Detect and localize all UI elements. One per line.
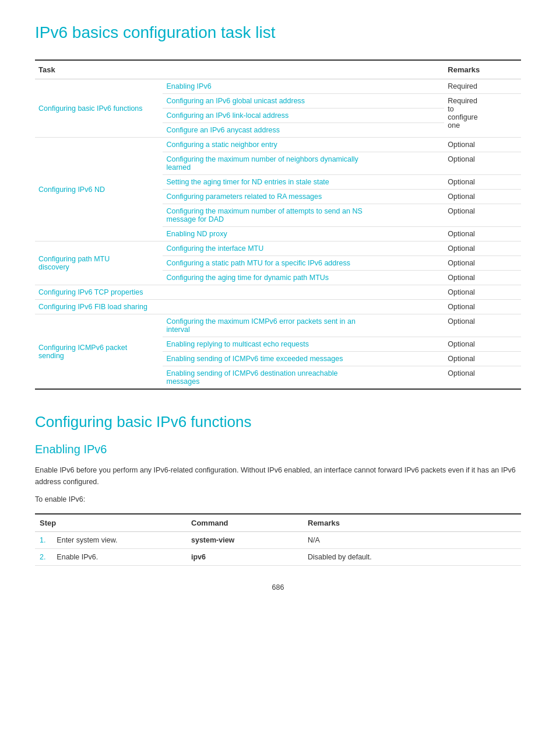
page-number: 686 — [35, 583, 521, 592]
task-link[interactable]: Configuring the aging time for dynamic p… — [163, 271, 444, 285]
task-link[interactable]: Configuring the maximum ICMPv6 error pac… — [163, 314, 444, 337]
task-link[interactable]: Configure an IPv6 anycast address — [163, 123, 444, 138]
remarks: Optional — [444, 337, 521, 352]
step-remarks-1: N/A — [303, 532, 521, 549]
remarks: Optional — [444, 138, 521, 152]
task-link[interactable]: Configuring an IPv6 global unicast addre… — [163, 94, 444, 108]
step-cmd-2: ipv6 — [186, 549, 303, 566]
step-col-header: Step — [35, 514, 186, 532]
step-desc-1: Enter system view. — [52, 532, 186, 549]
table-row: Configuring path MTUdiscovery Configurin… — [35, 242, 521, 256]
remarks: Optional — [444, 227, 521, 242]
remarks: Optional — [444, 366, 521, 390]
step-row-2: 2. Enable IPv6. ipv6 Disabled by default… — [35, 549, 521, 566]
table-row: Configuring IPv6 FIB load sharing Option… — [35, 300, 521, 314]
task-link[interactable]: Configuring a static path MTU for a spec… — [163, 256, 444, 271]
remarks-col-header: Remarks — [303, 514, 521, 532]
subsection-title-enabling-ipv6: Enabling IPv6 — [35, 443, 521, 456]
page-title: IPv6 basics configuration task list — [35, 23, 521, 42]
task-table: Task Remarks Configuring basic IPv6 func… — [35, 60, 521, 390]
step-desc-2: Enable IPv6. — [52, 549, 186, 566]
step-remarks-2: Disabled by default. — [303, 549, 521, 566]
command-col-header: Command — [186, 514, 303, 532]
col-header-task-link — [163, 60, 444, 79]
task-link[interactable]: Configuring a static neighbor entry — [163, 138, 444, 152]
table-row: Configuring basic IPv6 functions Enablin… — [35, 79, 521, 94]
remarks: Optional — [444, 152, 521, 175]
remarks: Optional — [444, 300, 521, 314]
group-label-mtu: Configuring path MTUdiscovery — [35, 242, 163, 285]
task-link[interactable]: Configuring parameters related to RA mes… — [163, 190, 444, 204]
table-row: Configuring IPv6 TCP properties Optional — [35, 285, 521, 300]
task-link[interactable]: Configuring the maximum number of attemp… — [163, 204, 444, 227]
task-link[interactable]: Enabling IPv6 — [163, 79, 444, 94]
task-link[interactable]: Enabling ND proxy — [163, 227, 444, 242]
task-link[interactable]: Enabling sending of ICMPv6 time exceeded… — [163, 352, 444, 366]
remarks: Required — [444, 79, 521, 94]
table-row: Configuring ICMPv6 packetsending Configu… — [35, 314, 521, 337]
task-link[interactable]: Enabling sending of ICMPv6 destination u… — [163, 366, 444, 390]
task-link-tcp[interactable]: Configuring IPv6 TCP properties — [35, 285, 444, 300]
step-row-1: 1. Enter system view. system-view N/A — [35, 532, 521, 549]
task-link[interactable]: Configuring an IPv6 link-local address — [163, 108, 444, 123]
remarks: Optional — [444, 256, 521, 271]
col-header-task: Task — [35, 60, 163, 79]
group-label-icmpv6: Configuring ICMPv6 packetsending — [35, 314, 163, 390]
section-title-basic-ipv6: Configuring basic IPv6 functions — [35, 413, 521, 431]
remarks: Optional — [444, 271, 521, 285]
remarks-multi: Requiredtoconfigureone — [444, 94, 521, 138]
task-link[interactable]: Configuring the maximum number of neighb… — [163, 152, 444, 175]
remarks: Optional — [444, 204, 521, 227]
remarks: Optional — [444, 285, 521, 300]
col-header-remarks: Remarks — [444, 60, 521, 79]
remarks: Optional — [444, 352, 521, 366]
task-link[interactable]: Setting the aging timer for ND entries i… — [163, 175, 444, 190]
step-cmd-1: system-view — [186, 532, 303, 549]
remarks: Optional — [444, 242, 521, 256]
remarks: Optional — [444, 314, 521, 337]
step-table: Step Command Remarks 1. Enter system vie… — [35, 513, 521, 566]
task-link[interactable]: Enabling replying to multicast echo requ… — [163, 337, 444, 352]
body-text-1: Enable IPv6 before you perform any IPv6-… — [35, 464, 521, 488]
task-link-fib[interactable]: Configuring IPv6 FIB load sharing — [35, 300, 444, 314]
step-number-1: 1. — [35, 532, 52, 549]
remarks: Optional — [444, 190, 521, 204]
group-label-nd: Configuring IPv6 ND — [35, 138, 163, 242]
table-row: Configuring IPv6 ND Configuring a static… — [35, 138, 521, 152]
step-number-2: 2. — [35, 549, 52, 566]
group-label-basic-ipv6: Configuring basic IPv6 functions — [35, 79, 163, 138]
body-text-2: To enable IPv6: — [35, 494, 521, 505]
remarks: Optional — [444, 175, 521, 190]
task-link[interactable]: Configuring the interface MTU — [163, 242, 444, 256]
